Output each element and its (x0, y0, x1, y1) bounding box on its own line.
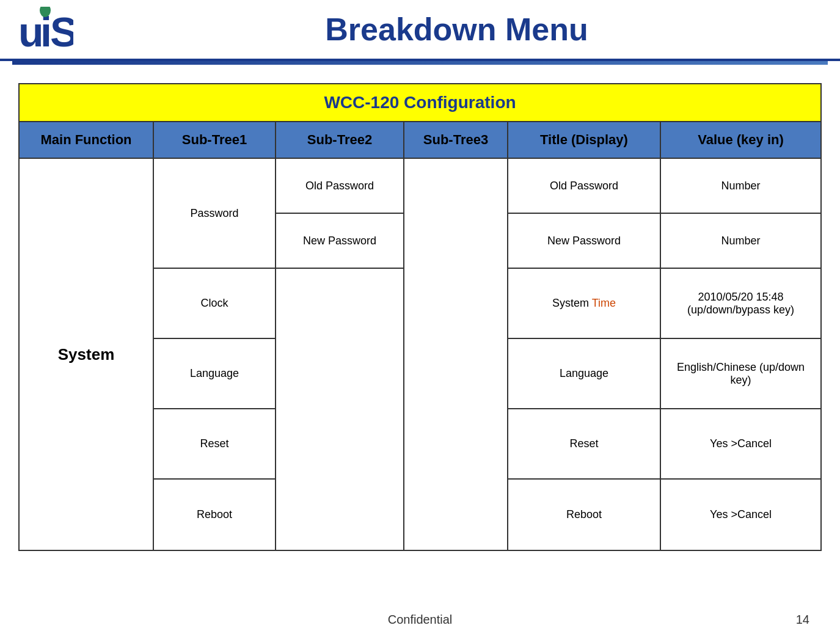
title-old-password: Old Password (508, 159, 661, 213)
table-row: New Password Number (508, 214, 820, 269)
sub1-language: Language (154, 339, 275, 409)
system-time-label: System Time (552, 297, 616, 310)
title-reset: Reset (508, 409, 661, 478)
table-row: Reset Yes >Cancel (508, 409, 820, 480)
column-headers: Main Function Sub-Tree1 Sub-Tree2 Sub-Tr… (20, 122, 820, 159)
table-row: Language English/Chinese (up/down key) (508, 339, 820, 409)
col-header-sub-tree1: Sub-Tree1 (154, 122, 276, 158)
sub2-old-password: Old Password (276, 159, 403, 214)
title-new-password: New Password (508, 214, 661, 268)
main-content: WCC-120 Configuration Main Function Sub-… (0, 65, 840, 563)
value-language: English/Chinese (up/down key) (661, 339, 820, 408)
col-header-sub-tree2: Sub-Tree2 (276, 122, 404, 158)
footer-page-number: 14 (796, 613, 809, 627)
footer: Confidential 14 (0, 613, 840, 627)
value-reset: Yes >Cancel (661, 409, 820, 478)
main-function-label: System (58, 345, 115, 364)
page-title: Breakdown Menu (92, 11, 822, 48)
sub2-new-password: New Password (276, 214, 403, 269)
sub2-empty (276, 269, 403, 550)
title-system-time: System Time (508, 269, 661, 338)
table-body: System Password Clock Language Reset Reb… (20, 159, 820, 550)
value-new-password: Number (661, 214, 820, 268)
value-old-password: Number (661, 159, 820, 213)
sub-tree3-column (404, 159, 508, 550)
table-row: System Time 2010/05/20 15:48 (up/down/by… (508, 269, 820, 339)
title-language: Language (508, 339, 661, 408)
col-header-value-key-in: Value (key in) (661, 122, 820, 158)
sub-tree2-column: Old Password New Password (276, 159, 404, 550)
title-value-column: Old Password Number New Password Number (508, 159, 820, 550)
col-header-title-display: Title (Display) (508, 122, 661, 158)
footer-confidential-label: Confidential (18, 613, 822, 627)
table-row: Old Password Number (508, 159, 820, 214)
table-title: WCC-120 Configuration (20, 84, 820, 122)
title-reboot: Reboot (508, 480, 661, 550)
main-function-cell: System (20, 159, 154, 550)
col-header-main-function: Main Function (20, 122, 154, 158)
sub1-password: Password (154, 159, 275, 269)
col-header-sub-tree3: Sub-Tree3 (404, 122, 508, 158)
sub3-empty (404, 159, 507, 550)
sub1-reset: Reset (154, 409, 275, 480)
sub1-clock: Clock (154, 269, 275, 339)
logo: u i S (18, 7, 73, 53)
value-system-time: 2010/05/20 15:48 (up/down/bypass key) (661, 269, 820, 338)
table-row: Reboot Yes >Cancel (508, 480, 820, 550)
sub1-reboot: Reboot (154, 480, 275, 550)
configuration-table: WCC-120 Configuration Main Function Sub-… (18, 83, 822, 551)
value-reboot: Yes >Cancel (661, 480, 820, 550)
sub-tree1-column: Password Clock Language Reset Reboot (154, 159, 276, 550)
header: u i S Breakdown Menu (0, 0, 840, 61)
svg-text:S: S (50, 9, 73, 53)
